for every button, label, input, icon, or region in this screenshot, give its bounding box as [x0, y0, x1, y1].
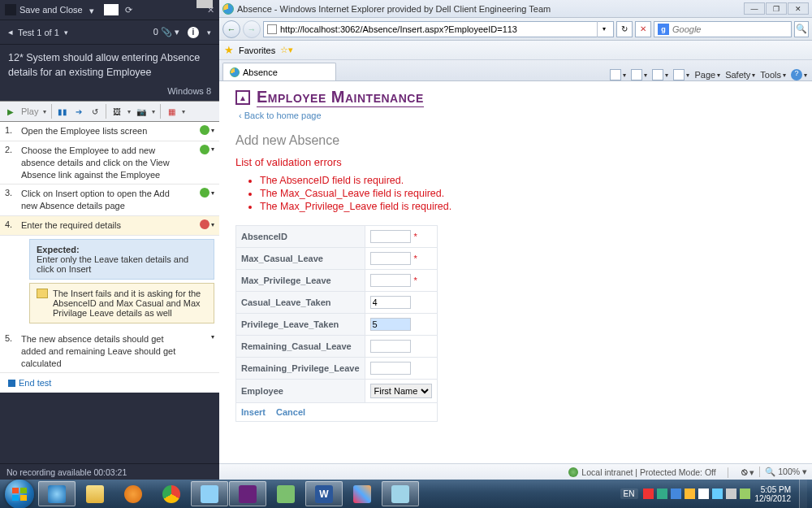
clock[interactable]: 5:05 PM 12/9/2012	[755, 485, 792, 503]
tools-menu[interactable]: Tools▾	[760, 70, 786, 80]
tray-icon[interactable]	[657, 488, 667, 499]
employee-select[interactable]: First Name	[370, 384, 432, 398]
minimize-button[interactable]: —	[744, 2, 765, 15]
start-button[interactable]	[5, 480, 34, 509]
browser-tab[interactable]: Absence	[222, 63, 336, 80]
field-label: Max_Privilege_Leave	[236, 270, 365, 292]
test-step-active[interactable]: 4. Enter the required details ▾	[0, 216, 219, 236]
search-button[interactable]: 🔍	[794, 21, 809, 37]
dropdown-icon[interactable]: ▾	[89, 6, 97, 14]
close-button[interactable]: ✕	[788, 2, 809, 15]
show-desktop-button[interactable]	[799, 480, 807, 508]
help-icon: ?	[791, 69, 802, 80]
refresh-button[interactable]: ↻	[616, 21, 633, 37]
battery-icon[interactable]	[740, 488, 750, 499]
flag-icon[interactable]	[104, 4, 119, 15]
windows-logo-icon	[12, 488, 27, 501]
rss-icon	[631, 69, 642, 80]
mail-button[interactable]: ▾	[652, 69, 668, 80]
fail-icon	[200, 219, 209, 229]
pause-icon[interactable]: ▮▮	[57, 106, 68, 117]
chrome-icon	[162, 485, 180, 503]
url-input[interactable]	[280, 24, 594, 34]
taskbar-ie[interactable]	[38, 481, 76, 506]
security-zone[interactable]: Local intranet | Protected Mode: Off	[568, 467, 715, 477]
taskbar-paint[interactable]	[343, 481, 381, 506]
taskbar-lync[interactable]	[191, 481, 228, 506]
stop-icon	[8, 380, 15, 387]
taskbar-explorer[interactable]	[76, 481, 114, 506]
tray-icon[interactable]	[685, 488, 695, 499]
tray-icon[interactable]	[643, 488, 654, 499]
test-step[interactable]: 5. The new absence details should get ad…	[0, 330, 219, 374]
volume-icon[interactable]	[726, 488, 736, 499]
back-button[interactable]: ←	[222, 20, 240, 38]
test-step[interactable]: 1. Open the Employee lists screen ▾	[0, 122, 219, 141]
taskbar-word[interactable]: W	[305, 481, 343, 506]
info-icon[interactable]: i	[188, 27, 199, 38]
print-button[interactable]: ▾	[673, 69, 689, 80]
play-icon[interactable]: ▶	[5, 106, 16, 117]
forward-button[interactable]: →	[243, 20, 261, 38]
absenceid-input[interactable]	[370, 230, 411, 243]
taskbar-notes[interactable]	[382, 481, 419, 506]
step-over-icon[interactable]: ➔	[73, 106, 84, 117]
max-casual-input[interactable]	[370, 252, 411, 265]
end-test-button[interactable]: End test	[0, 373, 219, 393]
max-privilege-input[interactable]	[370, 274, 411, 287]
help-button[interactable]: ?▾	[791, 69, 807, 80]
url-dropdown-icon[interactable]: ▾	[597, 21, 610, 37]
stop-button[interactable]: ✕	[635, 21, 651, 37]
back-home-link[interactable]: Back to home page	[239, 111, 322, 120]
validation-errors: The AbsenceID field is required. The Max…	[260, 175, 796, 212]
pass-icon	[200, 188, 209, 198]
test-selector-bar: ◂ Test 1 of 1 ▾ 0 📎 ▾ i▾	[0, 20, 219, 45]
privilege-taken-input[interactable]	[370, 318, 411, 331]
actual-result[interactable]: The Insert fails and it is asking for th…	[29, 283, 214, 323]
screenshot-icon[interactable]: 🖼	[111, 106, 123, 117]
chevron-down-icon[interactable]: ▾	[64, 28, 68, 37]
insert-link[interactable]: Insert	[241, 407, 266, 417]
taskbar-visualstudio[interactable]	[229, 481, 266, 506]
network-icon[interactable]	[712, 488, 723, 499]
casual-taken-input[interactable]	[370, 296, 411, 309]
system-tray: EN 5:05 PM 12/9/2012	[620, 480, 810, 508]
reset-icon[interactable]: ↺	[89, 106, 101, 117]
tray-icon[interactable]	[671, 488, 681, 499]
protected-mode-icon[interactable]: 🛇▾	[741, 467, 754, 477]
maximize-button[interactable]: ❐	[766, 2, 787, 15]
required-icon: *	[414, 254, 417, 263]
bug-icon[interactable]: ▦	[166, 106, 177, 117]
page-menu[interactable]: Page▾	[694, 70, 720, 80]
language-indicator[interactable]: EN	[620, 488, 638, 499]
prev-test-icon[interactable]: ◂	[8, 27, 13, 37]
zoom-control[interactable]: 🔍 100% ▾	[759, 467, 807, 477]
taskbar-app[interactable]	[267, 481, 304, 506]
search-input[interactable]	[672, 24, 788, 34]
test-steps-list: 1. Open the Employee lists screen ▾ 2. C…	[0, 122, 219, 393]
remaining-privilege-input[interactable]	[370, 362, 411, 375]
sub-heading: Add new Absence	[235, 133, 796, 148]
cancel-link[interactable]: Cancel	[276, 407, 305, 417]
os-label: Windows 8	[0, 85, 219, 101]
status-separator: │	[726, 467, 732, 477]
taskbar-chrome[interactable]	[153, 481, 190, 506]
safety-menu[interactable]: Safety▾	[725, 70, 755, 80]
favorites-star-icon[interactable]: ★	[224, 44, 234, 56]
add-favorite-icon[interactable]: ☆▾	[280, 45, 293, 55]
home-button[interactable]: ▾	[610, 69, 626, 80]
notes-icon	[391, 485, 409, 503]
refresh-icon[interactable]: ⟳	[125, 5, 132, 15]
remaining-casual-input[interactable]	[370, 340, 411, 353]
tray-icon[interactable]	[698, 488, 709, 499]
camera-icon[interactable]: 📷	[136, 106, 147, 117]
window-title: Absence - Windows Internet Explorer prov…	[237, 4, 551, 14]
test-step[interactable]: 2. Choose the Employee to add new absenc…	[0, 141, 219, 185]
test-step[interactable]: 3. Click on Insert option to open the Ad…	[0, 185, 219, 216]
save-and-close-button[interactable]: Save and Close	[5, 4, 83, 15]
favorites-label[interactable]: Favorites	[239, 46, 275, 55]
required-icon: *	[414, 232, 417, 241]
lync-icon	[201, 485, 218, 503]
taskbar-mediaplayer[interactable]	[114, 481, 152, 506]
feeds-button[interactable]: ▾	[631, 69, 647, 80]
